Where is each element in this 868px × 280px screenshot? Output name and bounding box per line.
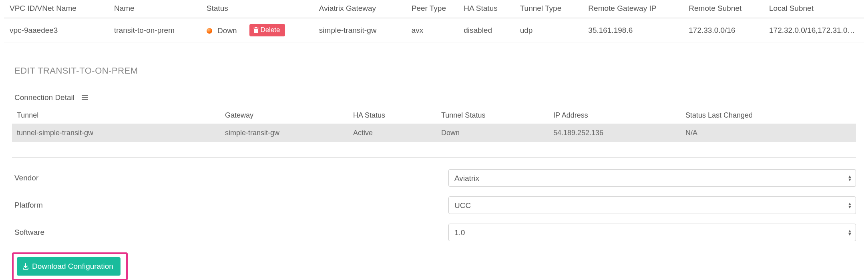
cell-remote-subnet: 172.33.0.0/16 [683, 18, 764, 42]
th-ha-status[interactable]: HA Status [458, 0, 514, 18]
divider [12, 157, 856, 158]
dcell-ip-address: 54.189.252.136 [549, 124, 681, 142]
connection-detail-table: Tunnel Gateway HA Status Tunnel Status I… [12, 107, 856, 142]
dcell-tunnel: tunnel-simple-transit-gw [12, 124, 220, 142]
vendor-row: Vendor Aviatrix ▲▼ [4, 164, 864, 192]
detail-table-row[interactable]: tunnel-simple-transit-gw simple-transit-… [12, 124, 856, 142]
status-down-icon [207, 28, 212, 34]
th-peer-type[interactable]: Peer Type [406, 0, 458, 18]
th-remote-subnet[interactable]: Remote Subnet [683, 0, 764, 18]
download-icon [22, 263, 29, 270]
connection-detail-label: Connection Detail [14, 93, 74, 102]
hamburger-menu-icon[interactable] [82, 95, 88, 100]
cell-peer-type: avx [406, 18, 458, 42]
dcell-gateway: simple-transit-gw [220, 124, 348, 142]
cell-name: transit-to-on-prem [108, 18, 201, 42]
th-aviatrix-gateway[interactable]: Aviatrix Gateway [313, 0, 406, 18]
delete-button[interactable]: Delete [249, 24, 285, 36]
status-text: Down [217, 26, 237, 35]
software-select[interactable]: 1.0 [448, 224, 856, 241]
platform-row: Platform UCC ▲▼ [4, 192, 864, 219]
dth-ha-status: HA Status [348, 107, 436, 124]
th-vpc[interactable]: VPC ID/VNet Name [4, 0, 108, 18]
dcell-tunnel-status: Down [436, 124, 549, 142]
cell-local-subnet: 172.32.0.0/16,172.31.0… [764, 18, 864, 42]
vendor-select[interactable]: Aviatrix [448, 169, 856, 187]
software-row: Software 1.0 ▲▼ [4, 219, 864, 246]
dth-ip-address: IP Address [549, 107, 681, 124]
dth-status-last-changed: Status Last Changed [681, 107, 856, 124]
download-highlight: Download Configuration [12, 252, 128, 280]
dth-gateway: Gateway [220, 107, 348, 124]
edit-panel-title: EDIT TRANSIT-TO-ON-PREM [4, 58, 864, 85]
delete-button-label: Delete [260, 26, 280, 34]
download-button-label: Download Configuration [32, 262, 113, 271]
th-name[interactable]: Name [108, 0, 201, 18]
connections-table: VPC ID/VNet Name Name Status Aviatrix Ga… [4, 0, 864, 42]
trash-icon [253, 27, 259, 33]
edit-panel: EDIT TRANSIT-TO-ON-PREM Connection Detai… [4, 58, 864, 280]
cell-status: Down Delete [201, 18, 313, 42]
platform-label: Platform [12, 201, 448, 210]
th-status[interactable]: Status [201, 0, 313, 18]
cell-ha-status: disabled [458, 18, 514, 42]
table-row[interactable]: vpc-9aaedee3 transit-to-on-prem Down Del… [4, 18, 864, 42]
cell-remote-gateway-ip: 35.161.198.6 [583, 18, 683, 42]
dth-tunnel-status: Tunnel Status [436, 107, 549, 124]
software-label: Software [12, 228, 448, 237]
vendor-label: Vendor [12, 174, 448, 182]
cell-aviatrix-gateway: simple-transit-gw [313, 18, 406, 42]
th-remote-gateway-ip[interactable]: Remote Gateway IP [583, 0, 683, 18]
download-configuration-button[interactable]: Download Configuration [17, 257, 121, 276]
th-tunnel-type[interactable]: Tunnel Type [514, 0, 583, 18]
platform-select[interactable]: UCC [448, 196, 856, 214]
cell-tunnel-type: udp [514, 18, 583, 42]
dth-tunnel: Tunnel [12, 107, 220, 124]
dcell-status-last-changed: N/A [681, 124, 856, 142]
dcell-ha-status: Active [348, 124, 436, 142]
th-local-subnet[interactable]: Local Subnet [764, 0, 864, 18]
cell-vpc: vpc-9aaedee3 [4, 18, 108, 42]
